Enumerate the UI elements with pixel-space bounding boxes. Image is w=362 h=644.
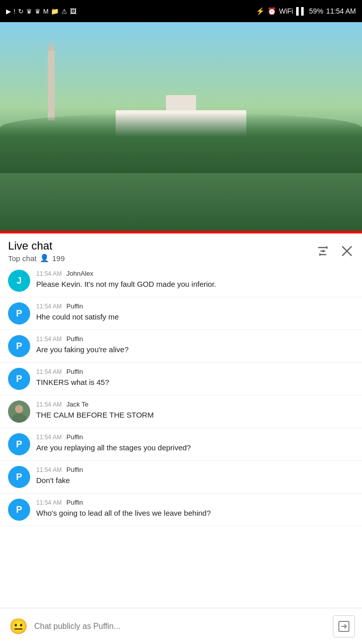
message-time-4: 11:54 AM <box>36 368 62 375</box>
chat-input[interactable] <box>34 622 328 631</box>
message-content-6: 11:54 AM Puffin Are you replaying all th… <box>36 433 354 453</box>
message-text-6: Are you replaying all the stages you dep… <box>36 442 354 453</box>
message-content-4: 11:54 AM Puffin TINKERS what is 45? <box>36 368 354 387</box>
folder-icon: 📁 <box>51 8 59 15</box>
avatar-jackte <box>8 400 30 423</box>
trees-graphic <box>0 113 362 173</box>
chat-message-6: P 11:54 AM Puffin Are you replaying all … <box>0 428 362 461</box>
image-icon: 🖼 <box>70 8 76 15</box>
message-content-3: 11:54 AM Puffin Are you faking you're al… <box>36 335 354 355</box>
sync-icon: ↻ <box>18 8 24 15</box>
clock: 11:54 AM <box>326 7 356 15</box>
send-button[interactable] <box>333 615 355 637</box>
notification-icon: ! <box>14 8 16 15</box>
person-icon: 👤 <box>40 254 49 263</box>
app-icon-1: ♛ <box>26 8 32 15</box>
emoji-icon: 😐 <box>9 617 28 635</box>
message-text-2: Hhe could not satisfy me <box>36 311 354 322</box>
chat-header-right <box>316 244 354 258</box>
message-author-8: Puffin <box>66 499 83 506</box>
chat-message-7: P 11:54 AM Puffin Don't fake <box>0 461 362 494</box>
chat-title: Live chat <box>8 239 65 253</box>
avatar-p-6: P <box>8 433 30 455</box>
viewer-count: 199 <box>52 254 65 263</box>
top-chat-label[interactable]: Top chat <box>8 254 37 263</box>
message-time-1: 11:54 AM <box>36 270 62 277</box>
message-time-3: 11:54 AM <box>36 336 62 343</box>
message-meta-6: 11:54 AM Puffin <box>36 433 354 441</box>
chat-subtitle: Top chat 👤 199 <box>8 254 65 263</box>
chat-message-4: P 11:54 AM Puffin TINKERS what is 45? <box>0 363 362 395</box>
wifi-icon: WiFi <box>279 7 293 15</box>
youtube-icon: ▶ <box>6 8 11 15</box>
message-content-7: 11:54 AM Puffin Don't fake <box>36 466 354 486</box>
message-time-7: 11:54 AM <box>36 466 62 473</box>
chat-panel: Live chat Top chat 👤 199 <box>0 233 362 644</box>
message-text-8: Who's going to lead all of the lives we … <box>36 508 354 518</box>
send-icon <box>338 620 350 632</box>
chat-header: Live chat Top chat 👤 199 <box>0 233 362 265</box>
signal-icon: ▌▌ <box>296 7 306 15</box>
battery-level: 59% <box>309 7 323 15</box>
message-meta-5: 11:54 AM Jack Te <box>36 400 354 408</box>
message-time-2: 11:54 AM <box>36 303 62 310</box>
emoji-button[interactable]: 😐 <box>7 615 29 637</box>
message-time-8: 11:54 AM <box>36 499 62 506</box>
status-bar-icons: ▶ ! ↻ ♛ ♛ M 📁 ⚠ 🖼 <box>6 8 76 15</box>
avatar-p-2: P <box>8 302 30 325</box>
monument-graphic <box>48 50 55 120</box>
message-author-2: Puffin <box>66 302 83 310</box>
message-text-4: TINKERS what is 45? <box>36 377 354 387</box>
status-bar: ▶ ! ↻ ♛ ♛ M 📁 ⚠ 🖼 ⚡ ⏰ WiFi ▌▌ 59% 11:54 … <box>0 0 362 22</box>
chat-message-5: 11:54 AM Jack Te THE CALM BEFORE THE STO… <box>0 395 362 428</box>
message-meta-8: 11:54 AM Puffin <box>36 499 354 506</box>
message-content-2: 11:54 AM Puffin Hhe could not satisfy me <box>36 302 354 322</box>
filter-button[interactable] <box>316 244 330 258</box>
chat-input-area: 😐 <box>0 608 362 644</box>
chat-header-left: Live chat Top chat 👤 199 <box>8 239 65 263</box>
message-content-8: 11:54 AM Puffin Who's going to lead all … <box>36 499 354 518</box>
bluetooth-icon: ⚡ <box>256 7 264 15</box>
message-meta-2: 11:54 AM Puffin <box>36 302 354 310</box>
message-content-5: 11:54 AM Jack Te THE CALM BEFORE THE STO… <box>36 400 354 420</box>
chat-message-3: P 11:54 AM Puffin Are you faking you're … <box>0 330 362 363</box>
message-author-3: Puffin <box>66 335 83 343</box>
message-time-5: 11:54 AM <box>36 401 62 408</box>
video-progress-bar <box>0 231 362 233</box>
message-time-6: 11:54 AM <box>36 434 62 441</box>
message-text-7: Don't fake <box>36 475 354 486</box>
avatar-p-3: P <box>8 335 30 357</box>
message-meta-1: 11:54 AM JohnAlex <box>36 270 354 277</box>
video-thumbnail[interactable] <box>0 22 362 233</box>
message-author-6: Puffin <box>66 433 83 441</box>
chat-message-1: J 11:54 AM JohnAlex Please Kevin. It's n… <box>0 265 362 297</box>
alarm-icon: ⏰ <box>267 7 276 15</box>
chat-message-8: P 11:54 AM Puffin Who's going to lead al… <box>0 494 362 526</box>
avatar-p-4: P <box>8 368 30 390</box>
message-text-1: Please Kevin. It's not my fault GOD made… <box>36 279 354 289</box>
message-meta-3: 11:54 AM Puffin <box>36 335 354 343</box>
message-author-5: Jack Te <box>66 400 88 408</box>
warning-icon: ⚠ <box>61 8 67 15</box>
message-author-1: JohnAlex <box>66 270 93 277</box>
message-author-4: Puffin <box>66 368 83 375</box>
status-bar-right: ⚡ ⏰ WiFi ▌▌ 59% 11:54 AM <box>256 7 356 15</box>
m-icon: M <box>43 8 49 15</box>
avatar-p-7: P <box>8 466 30 488</box>
message-author-7: Puffin <box>66 466 83 473</box>
message-meta-7: 11:54 AM Puffin <box>36 466 354 473</box>
avatar-p-8: P <box>8 499 30 521</box>
chat-message-2: P 11:54 AM Puffin Hhe could not satisfy … <box>0 297 362 330</box>
svg-point-9 <box>15 405 23 413</box>
message-meta-4: 11:54 AM Puffin <box>36 368 354 375</box>
message-text-3: Are you faking you're alive? <box>36 344 354 355</box>
avatar-j: J <box>8 270 30 292</box>
app-icon-2: ♛ <box>35 8 41 15</box>
message-content-1: 11:54 AM JohnAlex Please Kevin. It's not… <box>36 270 354 289</box>
chat-messages: J 11:54 AM JohnAlex Please Kevin. It's n… <box>0 265 362 526</box>
message-text-5: THE CALM BEFORE THE STORM <box>36 410 354 420</box>
close-button[interactable] <box>340 244 354 258</box>
